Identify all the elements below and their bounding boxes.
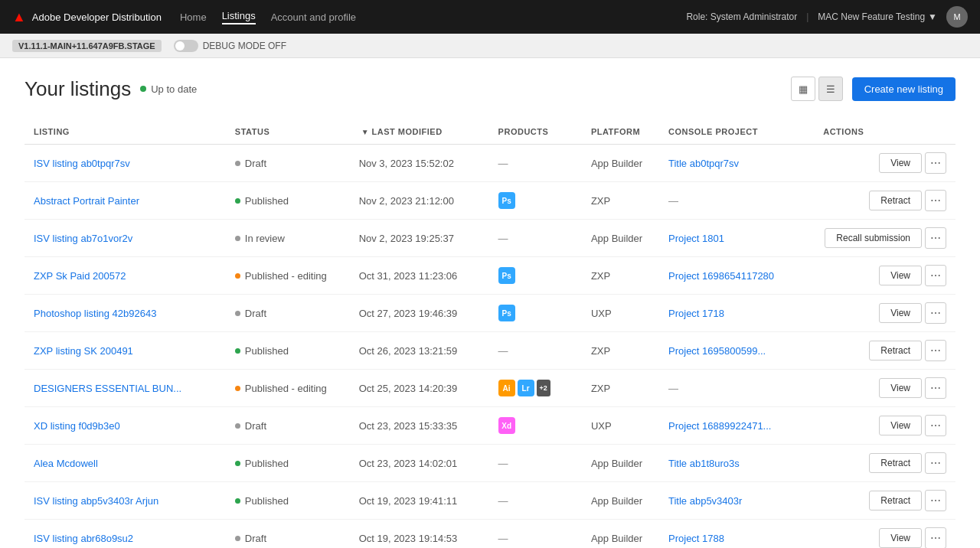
nav-listings[interactable]: Listings: [222, 10, 256, 24]
listing-link[interactable]: Abstract Portrait Painter: [34, 195, 139, 207]
modified-cell: Oct 26, 2023 13:21:59: [350, 332, 489, 370]
more-options-button[interactable]: ⋯: [925, 190, 946, 211]
debug-label: DEBUG MODE OFF: [203, 41, 286, 51]
nav-home[interactable]: Home: [180, 11, 207, 23]
sort-down-icon: ▼: [361, 128, 369, 136]
actions-cell: Recall submission ⋯: [814, 220, 956, 257]
primary-action-button[interactable]: View: [879, 303, 922, 323]
listing-link[interactable]: ZXP listing SK 200491: [34, 345, 133, 357]
listing-link[interactable]: ZXP Sk Paid 200572: [34, 270, 126, 282]
more-options-button[interactable]: ⋯: [925, 490, 946, 511]
status-container: Draft: [235, 308, 341, 319]
listing-link[interactable]: Alea Mcdowell: [34, 458, 98, 469]
status-cell: Draft: [226, 295, 350, 332]
grid-icon: ▦: [799, 83, 808, 95]
more-options-button[interactable]: ⋯: [925, 340, 946, 361]
platform-text: App Builder: [591, 233, 642, 244]
more-options-button[interactable]: ⋯: [925, 452, 946, 474]
platform-cell: App Builder: [582, 445, 659, 482]
console-project-link[interactable]: Project 1788: [668, 533, 724, 544]
account-name: MAC New Feature Testing: [818, 11, 925, 22]
listing-link[interactable]: XD listing f0d9b3e0: [34, 420, 120, 432]
status-container: In review: [235, 233, 341, 244]
listing-link[interactable]: ISV listing ab0tpqr7sv: [34, 158, 130, 169]
listing-link[interactable]: ISV listing abr68o9su2: [34, 533, 133, 544]
listing-cell: ISV listing abp5v3403r Arjun: [24, 482, 226, 520]
nav-right: Role: System Administrator | MAC New Fea…: [686, 6, 968, 28]
console-project-link[interactable]: Project 1801: [668, 233, 724, 244]
listing-link[interactable]: DESIGNERS ESSENTIAL BUN...: [34, 383, 181, 394]
list-view-button[interactable]: ☰: [818, 77, 843, 101]
platform-cell: ZXP: [582, 182, 659, 220]
primary-action-button[interactable]: Retract: [869, 191, 922, 210]
status-text: Published - editing: [245, 270, 327, 282]
platform-cell: App Builder: [582, 520, 659, 549]
status-indicator-dot: [235, 236, 240, 241]
console-dash: —: [668, 195, 678, 207]
listing-link[interactable]: Photoshop listing 42b92643: [34, 308, 156, 319]
grid-view-button[interactable]: ▦: [791, 77, 815, 101]
products-cell: —: [489, 332, 582, 370]
listing-link[interactable]: ISV listing abp5v3403r Arjun: [34, 495, 158, 507]
primary-action-button[interactable]: Recall submission: [825, 228, 922, 248]
toggle-knob: [175, 41, 185, 51]
console-project-link[interactable]: Project 1718: [668, 308, 724, 319]
toggle-switch[interactable]: [174, 40, 198, 52]
more-options-button[interactable]: ⋯: [925, 377, 946, 399]
modified-cell: Oct 19, 2023 19:41:11: [350, 482, 489, 520]
table-row: ISV listing abp5v3403r Arjun Published O…: [24, 482, 956, 520]
page-title-group: Your listings Up to date: [24, 77, 197, 101]
modified-cell: Nov 2, 2023 21:12:00: [350, 182, 489, 220]
nav-account[interactable]: Account and profile: [271, 11, 356, 23]
action-group: Retract ⋯: [823, 340, 946, 361]
more-options-button[interactable]: ⋯: [925, 265, 946, 286]
primary-action-button[interactable]: View: [879, 153, 922, 173]
products-cell: —: [489, 220, 582, 257]
version-badge: V1.11.1-MAIN+11.647A9FB.STAGE: [12, 40, 162, 52]
status-cell: Published: [226, 332, 350, 370]
more-options-button[interactable]: ⋯: [925, 227, 946, 249]
console-project-link[interactable]: Title ab0tpqr7sv: [668, 158, 739, 169]
adobe-icon: ▲: [12, 9, 26, 25]
product-lr-icon: Lr: [518, 380, 534, 396]
view-toggle: ▦ ☰: [791, 77, 843, 101]
avatar[interactable]: M: [946, 6, 968, 28]
products-cell: —: [489, 520, 582, 549]
console-project-link[interactable]: Title abp5v3403r: [668, 495, 742, 507]
primary-action-button[interactable]: View: [879, 266, 922, 285]
table-row: Photoshop listing 42b92643 Draft Oct 27,…: [24, 295, 956, 332]
status-indicator-dot: [235, 161, 240, 166]
primary-action-button[interactable]: View: [879, 528, 922, 548]
account-dropdown[interactable]: MAC New Feature Testing ▼: [818, 11, 937, 22]
listing-cell: ISV listing ab7o1vor2v: [24, 220, 226, 257]
primary-action-button[interactable]: Retract: [869, 491, 922, 510]
page-title: Your listings: [24, 77, 131, 101]
status-container: Draft: [235, 533, 341, 544]
status-indicator-dot: [235, 423, 240, 429]
console-project-link[interactable]: Project 1695800599...: [668, 345, 766, 357]
create-new-listing-button[interactable]: Create new listing: [852, 77, 956, 101]
status-text: Draft: [245, 158, 266, 169]
primary-action-button[interactable]: View: [879, 416, 922, 435]
debug-toggle[interactable]: DEBUG MODE OFF: [174, 40, 286, 52]
primary-action-button[interactable]: Retract: [869, 341, 922, 360]
col-header-modified[interactable]: ▼ LAST MODIFIED: [350, 119, 489, 145]
listing-cell: Alea Mcdowell: [24, 445, 226, 482]
primary-action-button[interactable]: Retract: [869, 453, 922, 473]
listing-link[interactable]: ISV listing ab7o1vor2v: [34, 233, 132, 244]
table-header: LISTING STATUS ▼ LAST MODIFIED PRODUCTS …: [24, 119, 956, 145]
status-container: Published - editing: [235, 270, 341, 282]
console-project-link[interactable]: Title ab1t8uro3s: [668, 458, 740, 469]
product-icons: Ps: [498, 267, 573, 284]
more-options-button[interactable]: ⋯: [925, 415, 946, 436]
console-project-link[interactable]: Project 1698654117280: [668, 270, 774, 282]
more-options-button[interactable]: ⋯: [925, 527, 946, 548]
more-options-button[interactable]: ⋯: [925, 302, 946, 324]
status-dot: [140, 86, 146, 92]
primary-action-button[interactable]: View: [879, 378, 922, 398]
platform-cell: ZXP: [582, 370, 659, 407]
status-indicator-dot: [235, 461, 240, 466]
more-options-button[interactable]: ⋯: [925, 152, 946, 174]
platform-cell: UXP: [582, 295, 659, 332]
console-project-link[interactable]: Project 16889922471...: [668, 420, 771, 432]
